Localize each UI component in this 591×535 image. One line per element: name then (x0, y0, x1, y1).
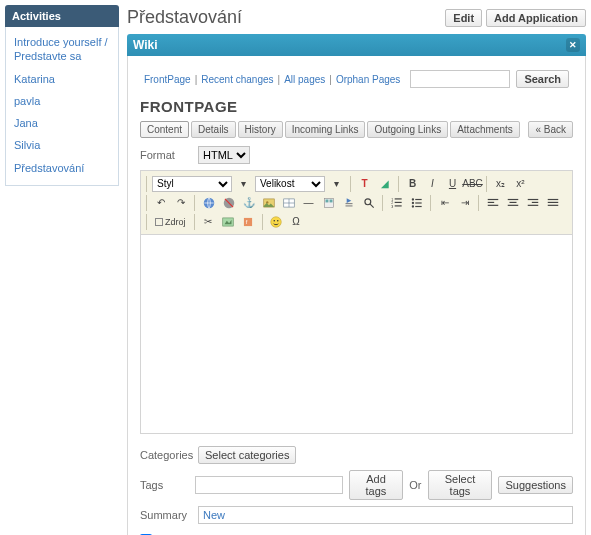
select-categories-button[interactable]: Select categories (198, 446, 296, 464)
svg-rect-31 (509, 201, 516, 202)
sidebar-item[interactable]: Jana (6, 112, 118, 134)
format-label: Format (140, 149, 192, 161)
tab-history[interactable]: History (238, 121, 283, 138)
svg-rect-18 (394, 198, 401, 199)
nav-orphan-link[interactable]: Orphan Pages (336, 74, 401, 85)
chevron-down-icon[interactable]: ▾ (328, 175, 345, 192)
search-button[interactable]: Search (516, 70, 569, 88)
bulletlist-icon[interactable] (408, 194, 425, 211)
superscript-icon[interactable]: x² (512, 175, 529, 192)
svg-rect-20 (394, 205, 401, 206)
svg-rect-30 (507, 198, 518, 199)
categories-row: Categories Select categories (140, 446, 573, 464)
edit-button[interactable]: Edit (445, 9, 482, 27)
summary-input[interactable] (198, 506, 573, 524)
svg-line-14 (370, 204, 374, 208)
align-center-icon[interactable] (504, 194, 521, 211)
svg-text:3: 3 (391, 204, 393, 208)
back-button[interactable]: « Back (528, 121, 573, 138)
format-select[interactable]: HTML (198, 146, 250, 164)
editor-textarea[interactable] (141, 235, 572, 433)
svg-point-13 (364, 198, 370, 204)
sidebar-item[interactable]: Introduce yourself / Predstavte sa (6, 31, 118, 68)
source-button[interactable]: Zdroj (152, 213, 189, 230)
tab-details[interactable]: Details (191, 121, 236, 138)
select-tags-button[interactable]: Select tags (428, 470, 493, 500)
page-title: Představování (127, 7, 441, 28)
svg-rect-33 (527, 198, 538, 199)
table-icon[interactable] (280, 194, 297, 211)
tab-attachments[interactable]: Attachments (450, 121, 520, 138)
nav-separator: | (278, 74, 281, 85)
wiki-body: FrontPage | Recent changes | All pages |… (127, 56, 586, 535)
redo-icon[interactable]: ↷ (172, 194, 189, 211)
sidebar-item[interactable]: Katarina (6, 68, 118, 90)
add-tags-button[interactable]: Add tags (349, 470, 404, 500)
template-icon[interactable] (320, 194, 337, 211)
italic-icon[interactable]: I (424, 175, 441, 192)
nav-frontpage-link[interactable]: FrontPage (144, 74, 191, 85)
tab-outgoing[interactable]: Outgoing Links (367, 121, 448, 138)
numlist-icon[interactable]: 123 (388, 194, 405, 211)
hr-icon[interactable]: — (300, 194, 317, 211)
align-left-icon[interactable] (484, 194, 501, 211)
replace-icon[interactable] (360, 194, 377, 211)
svg-rect-10 (329, 199, 332, 202)
smiley-icon[interactable] (268, 213, 285, 230)
svg-point-23 (411, 205, 413, 207)
undo-icon[interactable]: ↶ (152, 194, 169, 211)
image-icon[interactable] (260, 194, 277, 211)
sidebar-title: Activities (5, 5, 119, 27)
svg-rect-28 (487, 201, 493, 202)
link-icon[interactable] (200, 194, 217, 211)
nav-recent-link[interactable]: Recent changes (201, 74, 273, 85)
insert-image-icon[interactable] (220, 213, 237, 230)
unlink-icon[interactable] (220, 194, 237, 211)
nav-separator: | (195, 74, 198, 85)
underline-icon[interactable]: U (444, 175, 461, 192)
anchor-icon[interactable]: ⚓ (240, 194, 257, 211)
chevron-down-icon[interactable]: ▾ (235, 175, 252, 192)
sidebar-list: Introduce yourself / Predstavte sa Katar… (5, 27, 119, 186)
add-application-button[interactable]: Add Application (486, 9, 586, 27)
svg-rect-38 (547, 204, 558, 205)
bold-icon[interactable]: B (404, 175, 421, 192)
tags-input[interactable] (195, 476, 343, 494)
sidebar-item[interactable]: Představování (6, 157, 118, 179)
wiki-header: Wiki ✕ (127, 34, 586, 56)
svg-rect-19 (394, 201, 401, 202)
search-input[interactable] (410, 70, 510, 88)
subscript-icon[interactable]: x₂ (492, 175, 509, 192)
tab-incoming[interactable]: Incoming Links (285, 121, 366, 138)
align-justify-icon[interactable] (544, 194, 561, 211)
align-right-icon[interactable] (524, 194, 541, 211)
nav-all-link[interactable]: All pages (284, 74, 325, 85)
text-color-icon[interactable]: T (356, 175, 373, 192)
strike-icon[interactable]: ABC (464, 175, 481, 192)
svg-rect-9 (325, 199, 328, 202)
flash-icon[interactable]: f (240, 213, 257, 230)
size-select[interactable]: Velikost (255, 176, 325, 192)
tab-content[interactable]: Content (140, 121, 189, 138)
cut-icon[interactable]: ✂ (200, 213, 217, 230)
indent-icon[interactable]: ⇥ (456, 194, 473, 211)
svg-point-43 (271, 216, 282, 227)
svg-rect-26 (415, 205, 421, 206)
categories-label: Categories (140, 449, 192, 461)
sidebar-item[interactable]: pavla (6, 90, 118, 112)
nav-separator: | (329, 74, 332, 85)
close-icon[interactable]: ✕ (566, 38, 580, 52)
main: Představování Edit Add Application Wiki … (127, 5, 586, 535)
sidebar-item[interactable]: Silvia (6, 134, 118, 156)
format-row: Format HTML (140, 146, 573, 164)
svg-rect-37 (547, 201, 558, 202)
outdent-icon[interactable]: ⇤ (436, 194, 453, 211)
find-icon[interactable] (340, 194, 357, 211)
svg-rect-24 (415, 198, 421, 199)
svg-rect-27 (487, 198, 498, 199)
suggestions-button[interactable]: Suggestions (498, 476, 573, 494)
special-char-icon[interactable]: Ω (288, 213, 305, 230)
bg-color-icon[interactable]: ◢ (376, 175, 393, 192)
tags-row: Tags Add tags Or Select tags Suggestions (140, 470, 573, 500)
style-select[interactable]: Styl (152, 176, 232, 192)
